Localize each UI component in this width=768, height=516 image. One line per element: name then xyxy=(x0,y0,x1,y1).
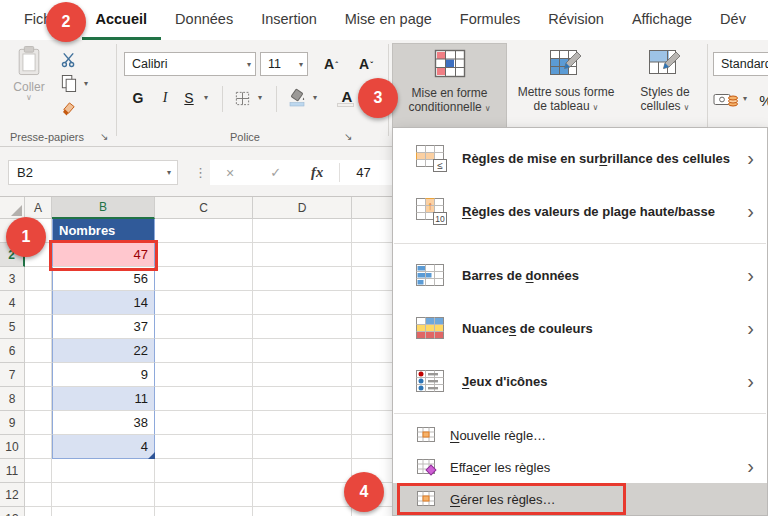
cell[interactable] xyxy=(253,435,352,459)
cell[interactable] xyxy=(155,387,253,411)
tab-mise-en-page[interactable]: Mise en page xyxy=(331,0,446,40)
cell-B13[interactable] xyxy=(52,507,155,516)
underline-button[interactable]: S xyxy=(179,85,199,111)
tab-accueil[interactable]: Accueil xyxy=(82,0,162,40)
fill-color-button[interactable] xyxy=(284,84,310,110)
menu-item-top-bottom-rules[interactable]: ↑10Règles des valeurs de plage haute/bas… xyxy=(393,185,767,238)
select-all-button[interactable] xyxy=(0,197,25,219)
copy-dropdown-arrow[interactable]: ▾ xyxy=(84,79,88,88)
underline-dropdown-arrow[interactable]: ▾ xyxy=(204,93,208,102)
insert-function-button[interactable]: fx xyxy=(311,164,323,181)
clipboard-dialog-launcher-icon[interactable]: ↘ xyxy=(100,131,108,142)
cell[interactable] xyxy=(253,507,352,516)
cell[interactable] xyxy=(25,459,52,483)
row-header-12[interactable]: 12 xyxy=(0,483,25,507)
fill-color-dropdown-arrow[interactable]: ▾ xyxy=(313,93,317,102)
cell[interactable] xyxy=(253,315,352,339)
cell-B6[interactable]: 22 xyxy=(52,339,155,363)
cell[interactable] xyxy=(25,363,52,387)
cell[interactable] xyxy=(253,387,352,411)
cell[interactable] xyxy=(155,363,253,387)
column-header-B[interactable]: B xyxy=(52,197,155,219)
cell[interactable] xyxy=(155,459,253,483)
cell-B9[interactable]: 38 xyxy=(52,411,155,435)
cell[interactable] xyxy=(253,363,352,387)
cell[interactable] xyxy=(155,291,253,315)
formula-bar-handle[interactable]: ⋮ xyxy=(194,160,207,185)
menu-item-highlight-cells-rules[interactable]: ≤Règles de mise en surbrillance des cell… xyxy=(393,132,767,185)
cell-B12[interactable] xyxy=(52,483,155,507)
tab-révision[interactable]: Révision xyxy=(534,0,618,40)
number-format-combo[interactable]: Standard xyxy=(713,52,768,76)
menu-item-new-rule[interactable]: Nouvelle règle… xyxy=(393,419,767,451)
tab-dév[interactable]: Dév xyxy=(706,0,760,40)
table-resize-handle[interactable] xyxy=(148,452,155,459)
cell[interactable] xyxy=(155,435,253,459)
cell[interactable] xyxy=(253,291,352,315)
row-header-10[interactable]: 10 xyxy=(0,435,25,459)
cell[interactable] xyxy=(155,315,253,339)
copy-button[interactable] xyxy=(54,72,82,94)
cell[interactable] xyxy=(253,267,352,291)
cell[interactable] xyxy=(25,483,52,507)
cell[interactable] xyxy=(25,339,52,363)
column-header-D[interactable]: D xyxy=(253,197,352,219)
cell-B7[interactable]: 9 xyxy=(52,363,155,387)
tab-formules[interactable]: Formules xyxy=(446,0,534,40)
cell[interactable] xyxy=(253,243,352,267)
font-dialog-launcher-icon[interactable]: ↘ xyxy=(344,131,352,142)
row-header-11[interactable]: 11 xyxy=(0,459,25,483)
font-name-combo[interactable]: Calibri ▾ xyxy=(124,52,256,76)
name-box[interactable]: B2 ▾ xyxy=(8,160,178,185)
menu-item-color-scales[interactable]: Nuances de couleurs› xyxy=(393,302,767,355)
borders-dropdown-arrow[interactable]: ▾ xyxy=(258,93,262,102)
cell[interactable] xyxy=(253,483,352,507)
cell[interactable] xyxy=(155,483,253,507)
cell[interactable] xyxy=(155,267,253,291)
shrink-font-button[interactable]: Aˇ xyxy=(350,51,382,77)
cell[interactable] xyxy=(155,219,253,243)
row-header-5[interactable]: 5 xyxy=(0,315,25,339)
cell-B5[interactable]: 37 xyxy=(52,315,155,339)
tab-insertion[interactable]: Insertion xyxy=(247,0,331,40)
cell[interactable] xyxy=(25,387,52,411)
cancel-icon[interactable]: × xyxy=(226,165,234,181)
borders-button[interactable] xyxy=(230,85,254,111)
accounting-dropdown-arrow[interactable]: ▾ xyxy=(743,94,747,103)
row-header-13[interactable]: 13 xyxy=(0,507,25,516)
cell[interactable] xyxy=(253,219,352,243)
menu-item-data-bars[interactable]: Barres de données› xyxy=(393,249,767,302)
cell-B11[interactable] xyxy=(52,459,155,483)
cell[interactable] xyxy=(253,411,352,435)
cell[interactable] xyxy=(155,411,253,435)
paste-button[interactable]: Coller ∨ xyxy=(6,45,52,125)
cell[interactable] xyxy=(253,459,352,483)
tab-données[interactable]: Données xyxy=(161,0,247,40)
tab-affichage[interactable]: Affichage xyxy=(618,0,706,40)
cell[interactable] xyxy=(25,291,52,315)
menu-item-clear-rules[interactable]: Effacer les règles› xyxy=(393,451,767,483)
font-size-combo[interactable]: 11 ▾ xyxy=(260,52,308,76)
menu-item-icon-sets[interactable]: Jeux d'icônes› xyxy=(393,355,767,408)
format-as-table-button[interactable]: Mettre sous forme de tableau∨ xyxy=(509,43,623,128)
column-header-A[interactable]: A xyxy=(25,197,52,219)
row-header-4[interactable]: 4 xyxy=(0,291,25,315)
row-header-9[interactable]: 9 xyxy=(0,411,25,435)
cell[interactable] xyxy=(25,507,52,516)
grow-font-button[interactable]: Aˆ xyxy=(315,51,347,77)
cell-styles-button[interactable]: Styles de cellules∨ xyxy=(625,43,705,128)
row-header-8[interactable]: 8 xyxy=(0,387,25,411)
font-color-button[interactable]: A xyxy=(334,83,360,109)
cell[interactable] xyxy=(25,435,52,459)
bold-button[interactable]: G xyxy=(126,85,150,111)
row-header-6[interactable]: 6 xyxy=(0,339,25,363)
enter-icon[interactable]: ✓ xyxy=(270,165,281,180)
accounting-format-button[interactable] xyxy=(712,87,740,113)
cell[interactable] xyxy=(155,243,253,267)
cell[interactable] xyxy=(25,411,52,435)
cell[interactable] xyxy=(155,339,253,363)
row-header-3[interactable]: 3 xyxy=(0,267,25,291)
cell-B10[interactable]: 4 xyxy=(52,435,155,459)
percent-style-button[interactable]: % xyxy=(756,87,768,113)
cell-B8[interactable]: 11 xyxy=(52,387,155,411)
